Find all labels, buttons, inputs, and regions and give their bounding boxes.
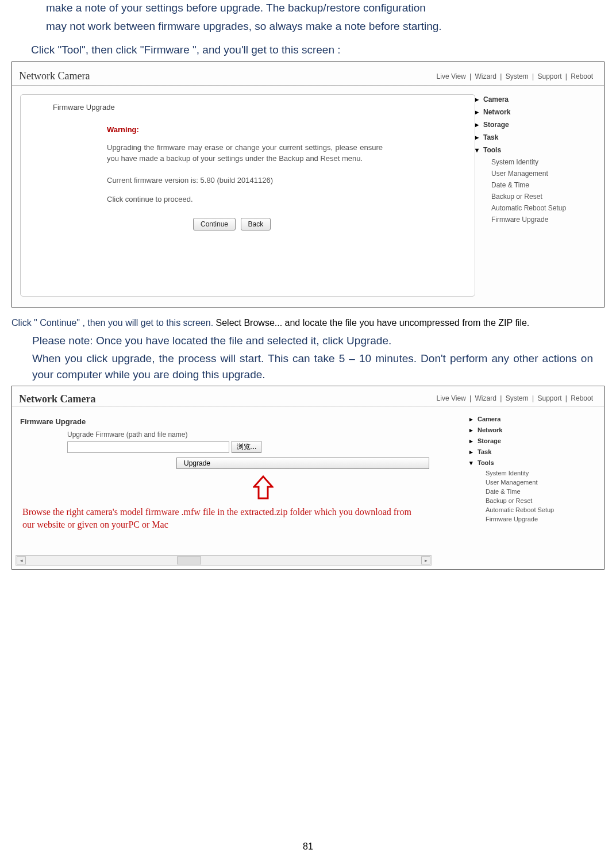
sidebar-sub-system-identity[interactable]: System Identity bbox=[472, 156, 598, 168]
arrow-up-icon bbox=[253, 475, 274, 501]
top-nav: Live View | Wizard | System | Support | … bbox=[435, 72, 595, 80]
proceed-text: Click continue to proceed. bbox=[107, 194, 383, 205]
nav-system[interactable]: System bbox=[504, 394, 530, 402]
nav-system[interactable]: System bbox=[504, 72, 530, 80]
main-panel: Firmware Upgrade Upgrade Firmware (path … bbox=[16, 415, 429, 559]
nav-support[interactable]: Support bbox=[536, 72, 563, 80]
intro-line1: make a note of your settings before upgr… bbox=[46, 0, 605, 16]
nav-wizard[interactable]: Wizard bbox=[473, 394, 498, 402]
screenshot-2: Network Camera Live View | Wizard | Syst… bbox=[11, 386, 605, 570]
chevron-right-icon: ▸ bbox=[469, 426, 478, 434]
note-upgrade-time: When you click upgrade, the process will… bbox=[32, 351, 593, 382]
red-annotation: Browse the right camera's model firmware… bbox=[22, 506, 425, 531]
nav-support[interactable]: Support bbox=[536, 394, 563, 402]
chevron-right-icon: ▸ bbox=[469, 416, 478, 423]
horizontal-scrollbar[interactable]: ◂ ▸ bbox=[16, 555, 432, 566]
chevron-right-icon: ▸ bbox=[475, 108, 483, 116]
main-panel: Firmware Upgrade Warning: Upgrading the … bbox=[20, 94, 475, 297]
nav-reboot[interactable]: Reboot bbox=[569, 72, 595, 80]
sidebar-sub-user-management[interactable]: User Management bbox=[466, 478, 598, 487]
sidebar-sub-date-time[interactable]: Date & Time bbox=[472, 179, 598, 191]
sidebar-sub-firmware-upgrade[interactable]: Firmware Upgrade bbox=[472, 214, 598, 225]
note-locate: Please note: Once you have located the f… bbox=[32, 333, 605, 349]
sidebar-item-camera[interactable]: ▸Camera bbox=[472, 93, 598, 106]
sidebar-sub-backup-reset[interactable]: Backup or Reset bbox=[466, 496, 598, 505]
sidebar-sub-user-management[interactable]: User Management bbox=[472, 168, 598, 179]
sidebar-item-tools[interactable]: ▾Tools bbox=[466, 458, 598, 468]
sidebar-item-storage[interactable]: ▸Storage bbox=[472, 118, 598, 131]
nav-live-view[interactable]: Live View bbox=[435, 394, 468, 402]
sidebar: ▸Camera ▸Network ▸Storage ▸Task ▾Tools S… bbox=[466, 414, 598, 524]
app-title: Network Camera bbox=[19, 393, 95, 405]
nav-reboot[interactable]: Reboot bbox=[569, 394, 595, 402]
warning-body1: Upgrading the firmware may erase or chan… bbox=[107, 142, 383, 164]
nav-live-view[interactable]: Live View bbox=[435, 72, 468, 80]
top-nav: Live View | Wizard | System | Support | … bbox=[435, 394, 595, 402]
scroll-left-icon[interactable]: ◂ bbox=[17, 556, 26, 564]
browse-button[interactable]: 浏览... bbox=[232, 441, 261, 453]
sidebar-item-camera[interactable]: ▸Camera bbox=[466, 414, 598, 425]
sidebar-sub-firmware-upgrade[interactable]: Firmware Upgrade bbox=[466, 514, 598, 524]
sidebar-sub-date-time[interactable]: Date & Time bbox=[466, 487, 598, 496]
back-button[interactable]: Back bbox=[241, 218, 271, 230]
sidebar: ▸Camera ▸Network ▸Storage ▸Task ▾Tools S… bbox=[472, 93, 598, 225]
chevron-right-icon: ▸ bbox=[475, 95, 483, 103]
bullet-line: Click "Tool", then click "Firmware ", an… bbox=[31, 42, 605, 58]
chevron-right-icon: ▸ bbox=[475, 121, 483, 129]
chevron-down-icon: ▾ bbox=[469, 459, 478, 467]
panel-heading: Firmware Upgrade bbox=[53, 103, 475, 112]
sidebar-sub-system-identity[interactable]: System Identity bbox=[466, 468, 598, 478]
chevron-right-icon: ▸ bbox=[469, 448, 478, 456]
screenshot-1: Network Camera Live View | Wizard | Syst… bbox=[11, 62, 605, 308]
file-path-input[interactable] bbox=[67, 441, 229, 453]
firmware-version: Current firmware version is: 5.80 (build… bbox=[107, 175, 383, 186]
sidebar-item-task[interactable]: ▸Task bbox=[466, 447, 598, 458]
chevron-right-icon: ▸ bbox=[469, 437, 478, 445]
chevron-right-icon: ▸ bbox=[475, 133, 483, 141]
chevron-down-icon: ▾ bbox=[475, 146, 483, 154]
app-title: Network Camera bbox=[19, 70, 90, 82]
sidebar-sub-auto-reboot[interactable]: Automatic Reboot Setup bbox=[466, 505, 598, 514]
continue-button[interactable]: Continue bbox=[193, 218, 236, 230]
scroll-right-icon[interactable]: ▸ bbox=[421, 556, 430, 564]
warning-label: Warning: bbox=[107, 125, 475, 134]
path-label: Upgrade Firmware (path and file name) bbox=[67, 431, 429, 439]
page-number: 81 bbox=[0, 841, 616, 852]
sidebar-item-network[interactable]: ▸Network bbox=[472, 106, 598, 118]
sidebar-item-task[interactable]: ▸Task bbox=[472, 131, 598, 144]
intro-line2: may not work between firmware upgrades, … bbox=[46, 18, 605, 34]
sidebar-item-network[interactable]: ▸Network bbox=[466, 425, 598, 436]
scroll-thumb[interactable] bbox=[177, 556, 201, 564]
sidebar-sub-backup-reset[interactable]: Backup or Reset bbox=[472, 191, 598, 202]
divider bbox=[12, 85, 604, 86]
nav-wizard[interactable]: Wizard bbox=[473, 72, 498, 80]
divider bbox=[12, 406, 604, 406]
sidebar-item-tools[interactable]: ▾Tools bbox=[472, 144, 598, 156]
sidebar-item-storage[interactable]: ▸Storage bbox=[466, 436, 598, 447]
caption-continue: Click " Continue" , then you will get to… bbox=[11, 318, 605, 328]
panel-heading: Firmware Upgrade bbox=[20, 417, 429, 426]
sidebar-sub-auto-reboot[interactable]: Automatic Reboot Setup bbox=[472, 202, 598, 214]
upgrade-button[interactable]: Upgrade bbox=[176, 458, 429, 469]
